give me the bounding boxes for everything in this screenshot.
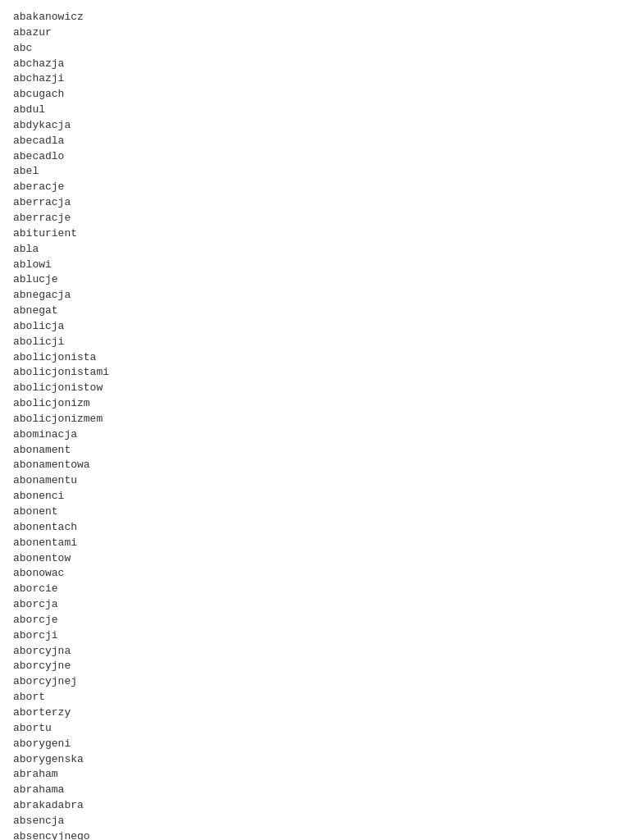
- list-item: abonent: [13, 504, 617, 520]
- list-item: abchazji: [13, 71, 617, 87]
- list-item: abecadlo: [13, 149, 617, 165]
- list-item: abolicjonistami: [13, 365, 617, 381]
- list-item: abecadla: [13, 134, 617, 149]
- list-item: ablowi: [13, 258, 617, 273]
- list-item: abc: [13, 41, 617, 57]
- list-item: abonentow: [13, 551, 617, 567]
- list-item: abortu: [13, 721, 617, 737]
- list-item: abonenci: [13, 489, 617, 504]
- list-item: aberacje: [13, 180, 617, 195]
- list-item: aborcyjnej: [13, 674, 617, 690]
- list-item: absencja: [13, 814, 617, 829]
- list-item: aborcja: [13, 597, 617, 613]
- list-item: abel: [13, 164, 617, 180]
- list-item: ablucje: [13, 272, 617, 288]
- list-item: abdykacja: [13, 118, 617, 134]
- list-item: abonamentowa: [13, 458, 617, 473]
- word-list: abakanowiczabazurabcabchazjaabchazjiabcu…: [13, 10, 617, 840]
- list-item: abcugach: [13, 87, 617, 103]
- list-item: abolicjonistow: [13, 381, 617, 396]
- list-item: abolicjonizmem: [13, 412, 617, 427]
- list-item: abolicjonizm: [13, 396, 617, 412]
- list-item: abiturient: [13, 226, 617, 242]
- list-item: aborcyjna: [13, 644, 617, 660]
- list-item: abla: [13, 242, 617, 258]
- list-item: aberracja: [13, 195, 617, 211]
- list-item: aborcje: [13, 613, 617, 628]
- list-item: aborcie: [13, 582, 617, 597]
- list-item: abonament: [13, 443, 617, 459]
- list-item: abonowac: [13, 566, 617, 582]
- list-item: abrahama: [13, 783, 617, 798]
- list-item: aborcji: [13, 628, 617, 644]
- list-item: aberracje: [13, 211, 617, 226]
- list-item: aborterzy: [13, 705, 617, 721]
- list-item: abolicjonista: [13, 350, 617, 366]
- list-item: abnegacja: [13, 288, 617, 304]
- list-item: abominacja: [13, 427, 617, 443]
- list-item: abchazja: [13, 57, 617, 72]
- list-item: abrakadabra: [13, 798, 617, 814]
- list-item: abonentami: [13, 536, 617, 551]
- list-item: abraham: [13, 767, 617, 783]
- list-item: abakanowicz: [13, 10, 617, 25]
- list-item: aborcyjne: [13, 659, 617, 674]
- list-item: abdul: [13, 103, 617, 118]
- list-item: aborygenska: [13, 752, 617, 768]
- list-item: abolicji: [13, 335, 617, 350]
- list-item: abazur: [13, 25, 617, 41]
- list-item: abort: [13, 690, 617, 705]
- list-item: abolicja: [13, 319, 617, 335]
- list-item: abonamentu: [13, 473, 617, 489]
- list-item: abnegat: [13, 304, 617, 319]
- list-item: aborygeni: [13, 737, 617, 752]
- list-item: absencyjnego: [13, 829, 617, 840]
- list-item: abonentach: [13, 520, 617, 536]
